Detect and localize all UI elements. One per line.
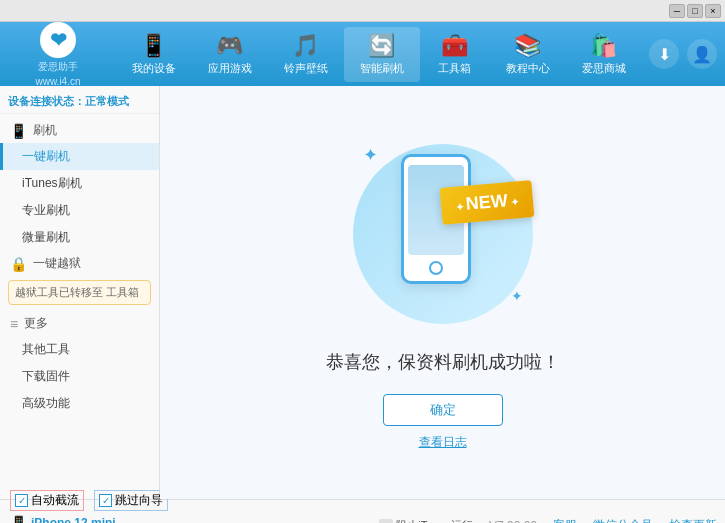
- maximize-button[interactable]: □: [687, 4, 703, 18]
- device-name: iPhone 12 mini: [31, 516, 116, 523]
- nav-app-game[interactable]: 🎮 应用游戏: [192, 27, 268, 82]
- status-bottom-left: 自动截流 跳过向导 📱 iPhone 12 mini 64GB Down-12m…: [10, 490, 180, 523]
- sidebar-item-one-key-flash[interactable]: 一键刷机: [0, 143, 159, 170]
- status-label-prefix: 设备连接状态：: [8, 95, 85, 107]
- version-text: V7.98.66: [489, 519, 537, 524]
- skip-wizard-checkbox[interactable]: [99, 494, 112, 507]
- skip-wizard-label: 跳过向导: [115, 492, 163, 509]
- device-phone-icon: 📱: [10, 515, 27, 523]
- status-value: 正常模式: [85, 95, 129, 107]
- toolbox-label: 工具箱: [438, 61, 471, 76]
- auto-close-label: 自动截流: [31, 492, 79, 509]
- app-game-label: 应用游戏: [208, 61, 252, 76]
- stop-itunes-label: 阻止iTunes运行: [396, 518, 473, 523]
- auto-close-wrapper[interactable]: 自动截流: [10, 490, 84, 511]
- app-game-icon: 🎮: [216, 33, 243, 59]
- smart-flash-label: 智能刷机: [360, 61, 404, 76]
- jailbreak-label: 一键越狱: [33, 255, 81, 272]
- confirm-button[interactable]: 确定: [383, 394, 503, 426]
- mall-icon: 🛍️: [590, 33, 617, 59]
- title-bar: ─ □ ×: [0, 0, 725, 22]
- my-device-label: 我的设备: [132, 61, 176, 76]
- sidebar-item-pro-flash[interactable]: 专业刷机: [0, 197, 159, 224]
- skip-wizard-wrapper[interactable]: 跳过向导: [94, 490, 168, 511]
- sidebar-item-advanced[interactable]: 高级功能: [0, 390, 159, 417]
- check-update-link[interactable]: 检查更新: [669, 517, 717, 523]
- connection-status: 设备连接状态：正常模式: [0, 90, 159, 114]
- more-section-label: 更多: [24, 315, 48, 332]
- review-log-link[interactable]: 查看日志: [419, 434, 467, 451]
- sidebar-jailbreak-header[interactable]: 🔒 一键越狱: [0, 251, 159, 276]
- nav-mall[interactable]: 🛍️ 爱思商城: [566, 27, 642, 82]
- wechat-link[interactable]: 微信公众号: [593, 517, 653, 523]
- success-message: 恭喜您，保资料刷机成功啦！: [326, 350, 560, 374]
- flash-section-label: 刷机: [33, 122, 57, 139]
- status-bottom: 自动截流 跳过向导 📱 iPhone 12 mini 64GB Down-12m…: [0, 499, 725, 523]
- top-nav: ❤ 爱思助手 www.i4.cn 📱 我的设备 🎮 应用游戏 🎵 铃声壁纸 🔄 …: [0, 22, 725, 86]
- jailbreak-icon: 🔒: [10, 256, 27, 272]
- my-device-icon: 📱: [140, 33, 167, 59]
- nav-items: 📱 我的设备 🎮 应用游戏 🎵 铃声壁纸 🔄 智能刷机 🧰 工具箱 📚 教程中心…: [108, 27, 649, 82]
- logo-icon: ❤: [40, 22, 76, 58]
- tutorial-icon: 📚: [514, 33, 541, 59]
- flash-section-icon: 📱: [10, 123, 27, 139]
- ringtone-label: 铃声壁纸: [284, 61, 328, 76]
- user-button[interactable]: 👤: [687, 39, 717, 69]
- nav-right: ⬇ 👤: [649, 39, 717, 69]
- device-row: 📱 iPhone 12 mini: [10, 515, 180, 523]
- main-area: 设备连接状态：正常模式 📱 刷机 一键刷机 iTunes刷机 专业刷机 微量刷机…: [0, 86, 725, 499]
- sidebar: 设备连接状态：正常模式 📱 刷机 一键刷机 iTunes刷机 专业刷机 微量刷机…: [0, 86, 160, 499]
- sidebar-item-other-tools[interactable]: 其他工具: [0, 336, 159, 363]
- logo-line2: www.i4.cn: [35, 76, 80, 87]
- download-button[interactable]: ⬇: [649, 39, 679, 69]
- nav-ringtone[interactable]: 🎵 铃声壁纸: [268, 27, 344, 82]
- sidebar-flash-header[interactable]: 📱 刷机: [0, 118, 159, 143]
- phone-illustration: ✦ NEW ✦: [343, 134, 543, 334]
- tutorial-label: 教程中心: [506, 61, 550, 76]
- stop-icon: ⏹: [379, 519, 393, 524]
- mall-label: 爱思商城: [582, 61, 626, 76]
- phone-home-btn: [429, 261, 443, 275]
- ringtone-icon: 🎵: [292, 33, 319, 59]
- content-area: ✦ NEW ✦ 恭喜您，保资料刷机成功啦！ 确定 查看日志: [160, 86, 725, 499]
- status-bottom-right: ⏹ 阻止iTunes运行 V7.98.66 客服 微信公众号 检查更新: [180, 517, 717, 523]
- customer-service-link[interactable]: 客服: [553, 517, 577, 523]
- nav-tutorial[interactable]: 📚 教程中心: [490, 27, 566, 82]
- sidebar-item-download-firmware[interactable]: 下载固件: [0, 363, 159, 390]
- checkboxes-row: 自动截流 跳过向导: [10, 490, 180, 511]
- toolbox-icon: 🧰: [441, 33, 468, 59]
- sidebar-item-itunes-flash[interactable]: iTunes刷机: [0, 170, 159, 197]
- auto-close-checkbox[interactable]: [15, 494, 28, 507]
- sparkle-br-icon: ✦: [511, 288, 523, 304]
- nav-my-device[interactable]: 📱 我的设备: [116, 27, 192, 82]
- logo-line1: 爱思助手: [38, 60, 78, 74]
- stop-itunes-button[interactable]: ⏹ 阻止iTunes运行: [379, 518, 473, 523]
- minimize-button[interactable]: ─: [669, 4, 685, 18]
- sparkles-icon: ✦: [363, 144, 378, 166]
- logo[interactable]: ❤ 爱思助手 www.i4.cn: [8, 22, 108, 87]
- nav-toolbox[interactable]: 🧰 工具箱: [420, 27, 490, 82]
- jailbreak-notice: 越狱工具已转移至 工具箱: [8, 280, 151, 305]
- nav-smart-flash[interactable]: 🔄 智能刷机: [344, 27, 420, 82]
- smart-flash-icon: 🔄: [368, 33, 395, 59]
- sidebar-item-storage-flash[interactable]: 微量刷机: [0, 224, 159, 251]
- sidebar-more-header[interactable]: ≡ 更多: [0, 311, 159, 336]
- close-button[interactable]: ×: [705, 4, 721, 18]
- more-section-icon: ≡: [10, 316, 18, 332]
